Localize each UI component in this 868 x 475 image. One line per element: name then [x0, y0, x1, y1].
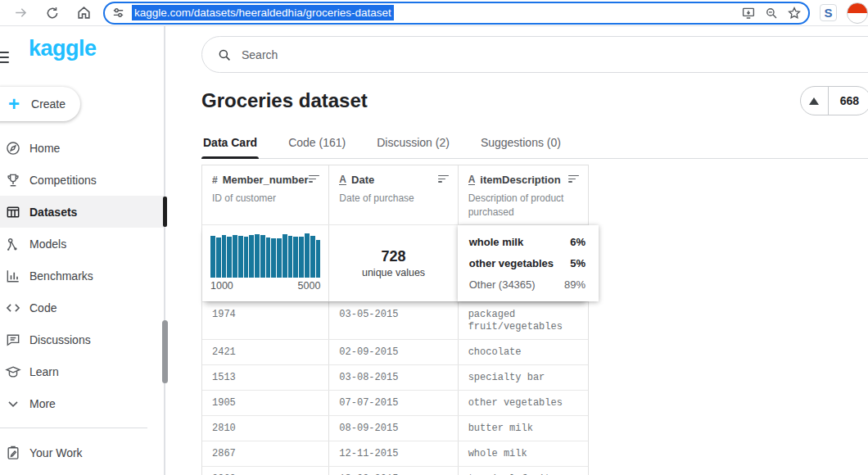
zoom-out-icon[interactable] [764, 6, 779, 20]
reload-icon[interactable] [43, 4, 61, 22]
benchmarks-icon [5, 268, 21, 284]
table-row: 1974 03-05-2015 packaged fruit/vegetable… [202, 301, 588, 339]
page-title: Groceries dataset [201, 89, 368, 112]
chevron-down-icon [5, 396, 21, 412]
browser-profile-avatar[interactable] [847, 2, 868, 24]
bookmark-star-icon[interactable] [787, 6, 802, 20]
site-search-bar[interactable]: Search [201, 36, 868, 73]
dataset-tabs: Data Card Code (161) Discussion (2) Sugg… [201, 129, 868, 159]
sidebar-item-models[interactable]: Models [0, 228, 164, 260]
axis-max-label: 5000 [298, 280, 321, 292]
tab-suggestions[interactable]: Suggestions (0) [479, 129, 563, 158]
member-number-histogram: 1000 5000 [202, 225, 329, 301]
caret-up-icon [809, 97, 819, 105]
learn-icon [5, 364, 21, 380]
browser-toolbar: kaggle.com/datasets/heeraldedhia/groceri… [0, 0, 868, 26]
column-header-date: A Date Date of purchase [329, 165, 458, 224]
sort-filter-icon[interactable] [309, 175, 320, 185]
upvote-button[interactable] [801, 87, 829, 115]
sidebar-item-your-work[interactable]: Your Work [0, 437, 164, 468]
sidebar-scrollbar-track [164, 26, 165, 475]
table-row: 2810 08-09-2015 butter milk [202, 415, 588, 441]
url-text: kaggle.com/datasets/heeraldedhia/groceri… [132, 5, 394, 20]
data-preview-table: # Member_number ID of customer A Date Da… [201, 165, 589, 475]
your-work-icon [5, 445, 21, 461]
sidebar-item-more[interactable]: More [0, 387, 164, 419]
url-bar[interactable]: kaggle.com/datasets/heeraldedhia/groceri… [103, 2, 810, 25]
menu-hamburger-icon[interactable] [0, 48, 9, 66]
tab-data-card[interactable]: Data Card [201, 129, 259, 158]
sort-filter-icon[interactable] [438, 175, 450, 185]
vote-count[interactable]: 668 [829, 87, 868, 115]
extension-icon[interactable]: S [820, 4, 837, 21]
numeric-type-icon: # [212, 174, 218, 186]
axis-min-label: 1000 [210, 280, 233, 292]
sidebar-item-discussions[interactable]: Discussions [0, 323, 164, 355]
trophy-icon [5, 172, 21, 188]
search-icon [217, 48, 232, 62]
sidebar-item-datasets[interactable]: Datasets [0, 196, 164, 228]
code-icon [5, 300, 21, 316]
forward-icon[interactable] [11, 4, 29, 22]
sidebar-item-home[interactable]: Home [0, 132, 164, 164]
sidebar: kaggle + Create Home Competitions Datase… [0, 26, 169, 475]
column-stats-row: 1000 5000 728 unique values whole milk 6… [202, 224, 588, 301]
sidebar-divider [0, 428, 147, 428]
sidebar-scrollbar-thumb[interactable] [162, 320, 168, 383]
page-info-icon[interactable] [111, 6, 125, 20]
active-item-indicator [163, 197, 167, 227]
item-description-stats-cell: whole milk 6% other vegetables 5% Other … [459, 225, 588, 301]
table-row: 2421 02-09-2015 chocolate [202, 339, 588, 364]
top-values-panel: whole milk 6% other vegetables 5% Other … [458, 225, 599, 301]
top-value-row: Other (34365) 89% [469, 278, 585, 291]
discussions-icon [5, 332, 21, 348]
top-value-row: other vegetables 5% [469, 257, 585, 269]
models-icon [5, 236, 21, 252]
install-icon[interactable] [741, 6, 756, 20]
tab-code[interactable]: Code (161) [287, 129, 347, 158]
column-header-item-description: A itemDescription Description of product… [459, 165, 588, 224]
sidebar-item-competitions[interactable]: Competitions [0, 164, 164, 196]
date-unique-values: 728 unique values [329, 225, 458, 301]
top-value-row: whole milk 6% [469, 236, 585, 248]
plus-icon: + [8, 94, 20, 114]
kaggle-logo[interactable]: kaggle [29, 36, 97, 61]
sidebar-item-code[interactable]: Code [0, 292, 164, 323]
search-placeholder: Search [242, 48, 278, 61]
histogram-bars [210, 233, 320, 278]
text-type-icon: A [339, 175, 346, 185]
tab-discussion[interactable]: Discussion (2) [375, 129, 451, 158]
text-type-icon: A [468, 175, 476, 185]
table-header-row: # Member_number ID of customer A Date Da… [202, 165, 588, 224]
vote-pill: 668 [800, 86, 868, 115]
sidebar-item-learn[interactable]: Learn [0, 355, 164, 387]
compass-icon [5, 140, 21, 156]
table-row: 3962 18-09-2015 tropical fruit [202, 466, 588, 475]
home-icon[interactable] [75, 4, 93, 22]
table-row: 2867 12-11-2015 whole milk [202, 441, 588, 466]
create-button[interactable]: + Create [0, 87, 80, 121]
column-header-member-number: # Member_number ID of customer [202, 165, 329, 224]
datasets-icon [5, 204, 21, 220]
table-row: 1905 07-07-2015 other vegetables [202, 390, 588, 415]
sort-filter-icon[interactable] [568, 175, 580, 185]
sidebar-item-benchmarks[interactable]: Benchmarks [0, 260, 164, 292]
sidebar-nav: Home Competitions Datasets Models Benchm… [0, 132, 164, 468]
table-row: 1513 03-08-2015 specialty bar [202, 364, 588, 390]
main-content: Search Groceries dataset 668 Code Data C… [169, 26, 868, 475]
